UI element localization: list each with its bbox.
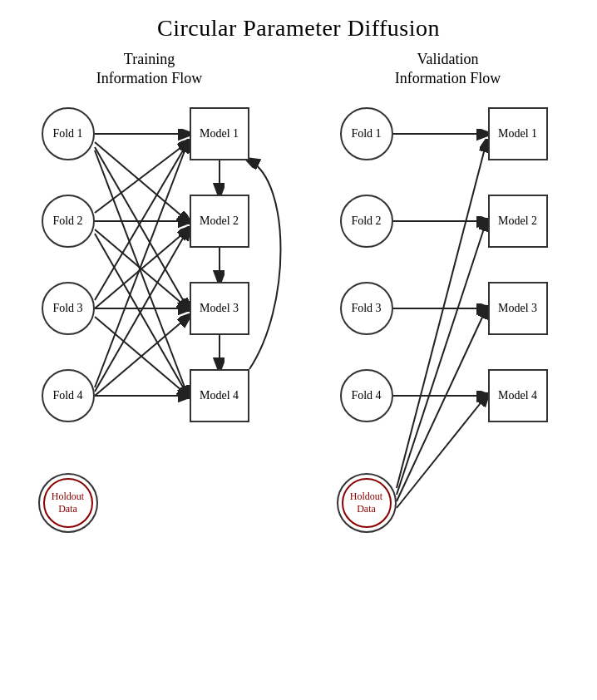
validation-arrows [332,99,565,631]
diagrams-container: TrainingInformation Flow Fold 1 Fold 2 F… [0,42,597,631]
validation-holdout-inner: HoldoutData [342,478,392,528]
validation-model2: Model 2 [488,195,548,248]
validation-fold4: Fold 4 [340,369,393,422]
validation-fold3: Fold 3 [340,282,393,335]
validation-section: ValidationInformation Flow Fold 1 Fold 2… [319,50,577,631]
training-model3: Model 3 [190,282,249,335]
training-holdout: HoldoutData [38,473,98,533]
training-model2: Model 2 [190,195,249,248]
training-title: TrainingInformation Flow [96,50,203,89]
validation-diagram: Fold 1 Fold 2 Fold 3 Fold 4 HoldoutData … [332,99,565,631]
training-fold2: Fold 2 [42,195,95,248]
training-model4: Model 4 [190,369,249,422]
svg-line-7 [95,234,188,396]
validation-model3: Model 3 [488,282,548,335]
svg-line-19 [397,142,486,488]
training-holdout-inner: HoldoutData [43,478,93,528]
svg-line-3 [95,150,188,396]
svg-line-2 [95,147,188,308]
svg-line-21 [397,308,486,501]
training-arrows [33,99,266,631]
training-model1: Model 1 [190,107,249,160]
training-section: TrainingInformation Flow Fold 1 Fold 2 F… [21,50,279,631]
training-fold3: Fold 3 [42,282,95,335]
svg-line-12 [95,142,188,387]
svg-line-1 [95,142,188,221]
validation-model4: Model 4 [488,369,548,422]
validation-holdout: HoldoutData [337,473,397,533]
validation-model1: Model 1 [488,107,548,160]
svg-line-20 [397,221,486,495]
validation-fold2: Fold 2 [340,195,393,248]
training-fold4: Fold 4 [42,369,95,422]
svg-line-13 [95,229,188,392]
page-title: Circular Parameter Diffusion [0,0,597,42]
validation-title: ValidationInformation Flow [395,50,501,89]
training-fold1: Fold 1 [42,107,95,160]
training-diagram: Fold 1 Fold 2 Fold 3 Fold 4 HoldoutData … [33,99,266,631]
validation-fold1: Fold 1 [340,107,393,160]
